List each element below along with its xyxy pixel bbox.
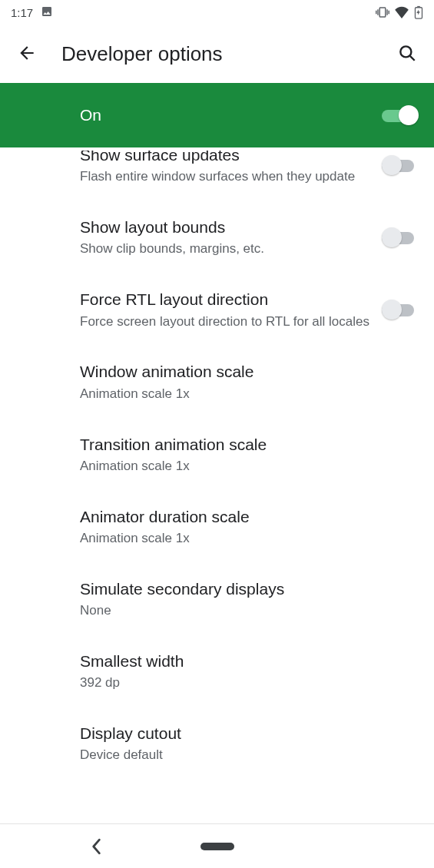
settings-row[interactable]: Animator duration scaleAnimation scale 1… (0, 491, 434, 563)
row-title: Show layout bounds (80, 217, 369, 238)
settings-row[interactable]: Simulate secondary displaysNone (0, 563, 434, 635)
svg-rect-1 (417, 6, 420, 8)
page-title: Developer options (61, 42, 373, 66)
row-toggle[interactable] (382, 227, 417, 248)
wifi-icon (394, 6, 409, 18)
row-title: Force RTL layout direction (80, 289, 369, 310)
master-toggle-label: On (80, 106, 382, 124)
image-icon (41, 5, 53, 20)
system-nav-bar (0, 823, 434, 868)
settings-list[interactable]: Show surface updatesFlash entire window … (0, 151, 434, 868)
settings-row[interactable]: Force RTL layout directionForce screen l… (0, 273, 434, 346)
back-button[interactable] (14, 41, 40, 67)
battery-icon (414, 5, 423, 19)
settings-row[interactable]: Display cutoutDevice default (0, 707, 434, 780)
row-title: Simulate secondary displays (80, 578, 405, 600)
row-title: Animator duration scale (80, 506, 405, 528)
status-time: 1:17 (11, 6, 33, 19)
row-title: Show surface updates (80, 151, 369, 166)
master-toggle-bar[interactable]: On (0, 83, 434, 147)
row-subtitle: 392 dp (80, 674, 405, 692)
row-subtitle: None (80, 601, 405, 620)
svg-line-3 (410, 55, 415, 60)
row-subtitle: Show clip bounds, margins, etc. (80, 240, 369, 258)
row-title: Smallest width (80, 651, 405, 672)
vibrate-icon (376, 5, 389, 19)
row-title: Transition animation scale (80, 434, 405, 456)
app-bar: Developer options (0, 25, 434, 83)
settings-row[interactable]: Window animation scaleAnimation scale 1x (0, 346, 434, 418)
nav-home-pill[interactable] (200, 843, 234, 850)
row-subtitle: Animation scale 1x (80, 457, 405, 475)
settings-row[interactable]: Show surface updatesFlash entire window … (0, 151, 434, 201)
row-toggle[interactable] (382, 154, 417, 176)
master-toggle-switch[interactable] (382, 104, 417, 126)
row-subtitle: Animation scale 1x (80, 529, 405, 548)
row-title: Window animation scale (80, 361, 405, 383)
row-title: Display cutout (80, 723, 405, 744)
search-icon (397, 43, 417, 65)
svg-point-2 (400, 46, 411, 57)
settings-row[interactable]: Show layout boundsShow clip bounds, marg… (0, 201, 434, 273)
status-bar: 1:17 (0, 0, 434, 25)
search-button[interactable] (394, 41, 420, 67)
arrow-back-icon (17, 43, 37, 65)
row-subtitle: Animation scale 1x (80, 385, 405, 403)
row-subtitle: Device default (80, 746, 405, 764)
settings-row[interactable]: Smallest width392 dp (0, 635, 434, 707)
row-subtitle: Force screen layout direction to RTL for… (80, 313, 369, 331)
row-toggle[interactable] (382, 299, 417, 320)
settings-row[interactable]: Transition animation scaleAnimation scal… (0, 419, 434, 491)
row-subtitle: Flash entire window surfaces when they u… (80, 167, 369, 186)
nav-back-icon[interactable] (91, 838, 101, 855)
